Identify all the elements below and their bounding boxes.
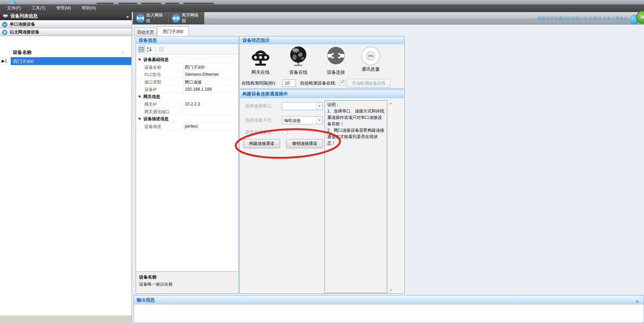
property-row[interactable]: 接口类型网口连接 [136, 78, 238, 86]
serial-port-select[interactable]: ▼ [282, 102, 323, 110]
chevron-down-icon[interactable]: ▼ [316, 117, 323, 124]
serial-device-icon [2, 22, 7, 27]
device-status-header: 设备状态指示 [240, 36, 404, 44]
interval-label: 在线检测间隔(秒): [241, 79, 276, 88]
manual-check-button[interactable]: 手动检测设备在线 [347, 79, 391, 88]
collapse-triangle-icon [138, 96, 140, 98]
instructions-textbox: 说明： 1、选择串口、连接方式和掉线重连操作选项只对串口连接设备有效！ 2、网口… [325, 100, 387, 293]
scroll-down-icon[interactable]: ▼ [388, 289, 393, 292]
indicator-device-connect: 设备连接 [318, 45, 353, 75]
leave-network-group-button[interactable]: 离开网络组 [169, 12, 204, 24]
gateway-icon [250, 45, 271, 67]
toolbar-separator [204, 13, 204, 23]
reconnect-checkbox[interactable] [282, 130, 287, 135]
description-title: 设备名称 [139, 274, 235, 280]
connect-mode-label: 选择连接方式: [245, 116, 273, 124]
property-grid-toolbar: A Z [136, 44, 238, 54]
app-logo-icon [9, 0, 16, 4]
indicator-comm-quality: 0% 通讯质量 [353, 45, 388, 72]
device-status-panel: 设备状态指示 网关在线 设备在线 [239, 36, 405, 89]
app-window: 文件(F) 工具(T) 管理(M) 帮助(H) 设备列表信息 « 串口连接设备 [0, 0, 644, 323]
property-category[interactable]: 设备描述信息 [136, 115, 238, 123]
device-row-name[interactable]: 西门子300 [11, 57, 131, 65]
property-row[interactable]: 网关IP10.2.2.3 [136, 100, 238, 108]
tab-siemens300[interactable]: 西门子300 [157, 26, 189, 36]
serial-port-label: 选择使用串口: [245, 102, 273, 110]
build-channel-button[interactable]: 构建连接通道 [243, 139, 280, 148]
sidebar-header: 设备列表信息 « [0, 12, 132, 20]
collapse-chevron-icon[interactable]: » [633, 300, 642, 303]
network-toolstrip: 加入网络组 离开网络组 [133, 12, 204, 24]
join-network-group-button[interactable]: 加入网络组 [133, 12, 168, 24]
device-name-column-header: 设备名称 [13, 50, 32, 56]
check-icon: ✓ [340, 78, 345, 86]
main-toolbar: 加入网络组 离开网络组 湖南华辰智通科技有限公司:孔雨绵 已加入网络组 36 [132, 12, 644, 25]
window-title-bar [0, 0, 644, 4]
panel-scrollbar[interactable]: ▲ ▼ [388, 100, 394, 293]
property-row[interactable]: 设备名称西门子300 [136, 63, 238, 71]
sidebar-collapse-icon[interactable]: « [126, 13, 129, 19]
leave-network-icon [171, 13, 180, 23]
company-status-text: 湖南华辰智通科技有限公司:孔雨绵 已加入网络组 [537, 16, 628, 22]
collapse-triangle-icon [138, 59, 140, 61]
auto-check-label: 自动检测设备在线: [300, 79, 336, 88]
scroll-up-icon[interactable]: ▲ [388, 102, 393, 105]
device-info-panel: 设备信息 A Z [136, 36, 239, 294]
device-list-sidebar: 设备列表信息 « 串口连接设备 以太网连接设备 设备名称 ▲ [0, 12, 132, 323]
menu-manage[interactable]: 管理(M) [53, 4, 74, 12]
output-title: 输出信息 [137, 297, 155, 302]
property-row[interactable]: PLC型号Siemens-Ethernet [136, 71, 238, 78]
svg-text:Z: Z [147, 50, 148, 52]
revoke-channel-button[interactable]: 撤销连接通道 [286, 139, 323, 148]
interval-input[interactable] [282, 79, 296, 87]
globe-icon [287, 45, 309, 67]
sidebar-item-serial-devices[interactable]: 串口连接设备 [0, 21, 132, 28]
sort-arrow-icon: ▲ [121, 51, 124, 54]
sidebar-title: 设备列表信息 [10, 13, 126, 19]
property-row[interactable]: 网关通讯端口 [136, 108, 238, 115]
indicator-device-online: 设备在线 [281, 45, 316, 75]
property-pages-button-disabled [158, 46, 165, 53]
connect-mode-select[interactable]: 编程连接 ▼ [282, 116, 323, 124]
property-row[interactable]: 设备IP192.168.1.188 [136, 86, 238, 93]
indicator-gateway-online: 网关在线 [243, 45, 278, 75]
menu-file[interactable]: 文件(F) [4, 4, 24, 12]
categorized-view-button[interactable] [138, 46, 145, 53]
chevron-down-icon[interactable]: ▼ [316, 102, 323, 110]
ethernet-device-icon [2, 30, 7, 35]
table-row[interactable]: ▶1 西门子300 [0, 57, 132, 65]
property-description-box: 设备名称 设备唯一标识名称 [136, 271, 238, 293]
channel-operations-header: 构建设备连接通道操作 [240, 90, 404, 98]
plug-icon [325, 45, 347, 67]
property-row[interactable]: 设备描述perfect [136, 123, 238, 130]
join-network-icon [136, 13, 144, 23]
property-category[interactable]: 网关信息 [136, 93, 238, 100]
svg-text:A: A [147, 46, 149, 50]
device-list-icon [3, 14, 8, 18]
tab-start-home[interactable]: 启动主页 [134, 28, 157, 36]
property-category[interactable]: 设备基础信息 [136, 56, 238, 63]
output-panel: 输出信息 » [134, 295, 644, 323]
row-index: ▶1 [0, 57, 11, 65]
collapse-triangle-icon [138, 118, 140, 120]
device-table-header[interactable]: 设备名称 ▲ [0, 48, 132, 57]
reconnect-label: 是否掉线重连： [245, 128, 276, 136]
menu-tools[interactable]: 工具(T) [29, 4, 48, 12]
alphabetical-sort-button[interactable]: A Z [146, 46, 153, 53]
output-header: 输出信息 » [134, 295, 644, 304]
menu-help[interactable]: 帮助(H) [79, 4, 99, 12]
menu-bar: 文件(F) 工具(T) 管理(M) 帮助(H) [0, 4, 644, 12]
description-text: 设备唯一标识名称 [139, 282, 235, 287]
sidebar-item-ethernet-devices[interactable]: 以太网连接设备 [0, 28, 132, 36]
device-info-header: 设备信息 [136, 36, 238, 44]
property-grid: 设备基础信息 设备名称西门子300 PLC型号Siemens-Ethernet … [136, 54, 238, 271]
channel-operations-panel: 构建设备连接通道操作 选择使用串口: ▼ 选择连接方式: 编程连接 ▼ 是否掉线… [239, 90, 405, 294]
quality-icon: 0% [361, 46, 380, 65]
output-content[interactable] [134, 304, 644, 323]
auto-check-checkbox[interactable]: ✓ [340, 80, 345, 86]
sidebar-footer-strip [0, 316, 132, 323]
sidebar-item-label: 串口连接设备 [10, 22, 35, 27]
quality-value: 0% [366, 52, 375, 60]
sidebar-item-label: 以太网连接设备 [10, 29, 39, 35]
